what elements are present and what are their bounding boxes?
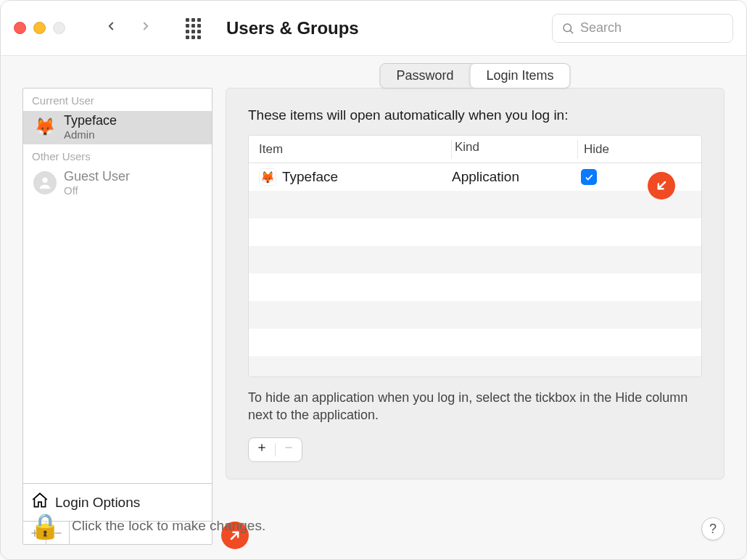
other-users-header: Other Users bbox=[23, 144, 212, 167]
user-role: Off bbox=[64, 184, 130, 197]
house-icon bbox=[30, 491, 49, 514]
table-row bbox=[249, 246, 701, 273]
column-header-hide[interactable]: Hide bbox=[578, 142, 629, 157]
window-controls bbox=[14, 22, 65, 34]
main-panel: Password Login Items These items will op… bbox=[226, 88, 725, 545]
avatar-icon bbox=[33, 171, 57, 194]
user-list-sidebar: Current User 🦊 Typeface Admin Other User… bbox=[22, 88, 212, 545]
lock-icon[interactable]: 🔒 bbox=[30, 511, 60, 540]
body: Current User 🦊 Typeface Admin Other User… bbox=[1, 56, 746, 559]
tab-bar: Password Login Items bbox=[379, 63, 570, 88]
show-all-icon[interactable] bbox=[183, 18, 203, 38]
item-name: Typeface bbox=[282, 169, 338, 185]
help-button[interactable]: ? bbox=[701, 517, 725, 540]
add-item-button[interactable] bbox=[256, 442, 268, 457]
tab-password[interactable]: Password bbox=[380, 64, 469, 88]
forward-button[interactable] bbox=[135, 18, 157, 38]
table-row bbox=[249, 191, 701, 218]
back-button[interactable] bbox=[100, 18, 122, 38]
search-placeholder: Search bbox=[580, 20, 622, 36]
login-items-panel: These items will open automatically when… bbox=[226, 88, 725, 479]
column-header-item[interactable]: Item bbox=[249, 140, 452, 159]
toolbar: Users & Groups Search bbox=[1, 1, 746, 56]
hide-checkbox[interactable] bbox=[581, 169, 597, 185]
item-kind: Application bbox=[452, 169, 575, 185]
close-window-button[interactable] bbox=[14, 22, 26, 34]
table-row[interactable]: 🦊 Typeface Application bbox=[249, 163, 701, 191]
table-row bbox=[249, 273, 701, 301]
tab-login-items[interactable]: Login Items bbox=[469, 64, 569, 88]
search-field[interactable]: Search bbox=[552, 14, 733, 43]
preferences-window: Users & Groups Search Current User 🦊 Typ… bbox=[0, 0, 747, 560]
table-row bbox=[249, 301, 701, 329]
svg-line-1 bbox=[570, 30, 572, 33]
sidebar-user-current[interactable]: 🦊 Typeface Admin bbox=[23, 111, 212, 144]
login-items-table: Item Kind Hide 🦊 Typeface Application bbox=[248, 135, 702, 377]
column-header-kind[interactable]: Kind bbox=[455, 140, 578, 159]
svg-point-2 bbox=[42, 178, 47, 183]
table-row bbox=[249, 218, 701, 246]
lock-row: 🔒 Click the lock to make changes. bbox=[30, 511, 265, 540]
current-user-header: Current User bbox=[23, 88, 212, 111]
svg-line-9 bbox=[659, 182, 665, 189]
user-name: Guest User bbox=[64, 170, 130, 184]
remove-item-button[interactable] bbox=[283, 442, 294, 457]
table-row bbox=[249, 356, 701, 376]
avatar-icon: 🦊 bbox=[33, 115, 57, 139]
add-remove-items bbox=[248, 437, 302, 462]
panel-lead-text: These items will open automatically when… bbox=[248, 107, 702, 123]
window-title: Users & Groups bbox=[226, 18, 359, 38]
user-role: Admin bbox=[64, 128, 117, 141]
lock-text: Click the lock to make changes. bbox=[72, 518, 265, 534]
zoom-window-button[interactable] bbox=[53, 22, 65, 34]
hint-text: To hide an application when you log in, … bbox=[248, 389, 702, 424]
sidebar-user-guest[interactable]: Guest User Off bbox=[23, 167, 212, 200]
minimize-window-button[interactable] bbox=[33, 22, 46, 34]
table-header: Item Kind Hide bbox=[249, 136, 701, 163]
table-row bbox=[249, 329, 701, 356]
app-icon: 🦊 bbox=[259, 168, 276, 186]
login-options-label: Login Options bbox=[55, 495, 140, 511]
annotation-arrow-icon bbox=[648, 172, 675, 199]
user-name: Typeface bbox=[64, 114, 117, 128]
divider bbox=[275, 443, 276, 456]
